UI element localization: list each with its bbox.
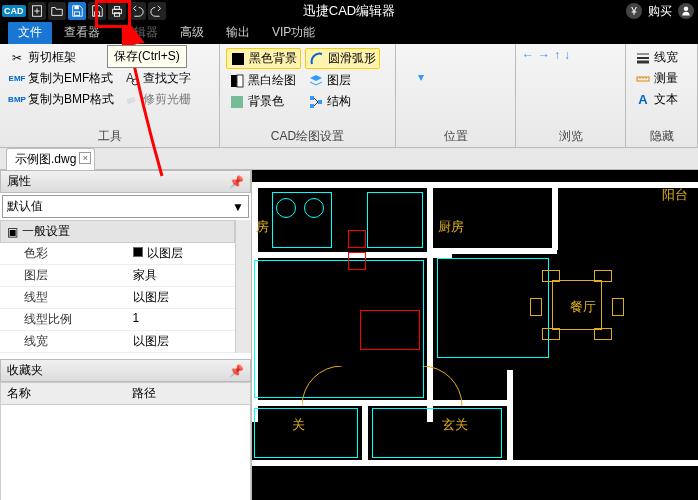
prop-section-general[interactable]: ▣一般设置 bbox=[0, 220, 235, 243]
label-entrance: 玄关 bbox=[442, 416, 468, 434]
property-grid: ▣一般设置 色彩以图层 图层家具 线型以图层 线型比例1 线宽以图层 bbox=[0, 220, 251, 353]
linewidth-button[interactable]: 线宽 bbox=[632, 48, 681, 67]
panel-browse: ← → ↑ ↓ 浏览 bbox=[516, 44, 626, 147]
svg-line-26 bbox=[314, 102, 318, 106]
copy-emf-button[interactable]: EMF复制为EMF格式 bbox=[6, 69, 117, 88]
default-label: 默认值 bbox=[7, 198, 43, 215]
v-lscale: 1 bbox=[127, 309, 236, 330]
favorites-columns: 名称 路径 bbox=[0, 382, 251, 405]
arrow-left-icon[interactable]: ← bbox=[522, 48, 534, 62]
svg-rect-18 bbox=[232, 53, 244, 65]
prop-row-lwidth[interactable]: 线宽以图层 bbox=[0, 331, 235, 353]
chevron-down-icon: ▼ bbox=[232, 200, 244, 214]
bw-draw-button[interactable]: 黑白绘图 bbox=[226, 71, 301, 90]
open-file-icon[interactable] bbox=[48, 2, 66, 20]
svg-rect-21 bbox=[231, 96, 243, 108]
arrow-right-icon[interactable]: → bbox=[538, 48, 550, 62]
section-label: 一般设置 bbox=[22, 223, 70, 240]
scissors-icon: ✂ bbox=[9, 50, 25, 66]
pin-icon[interactable]: 📌 bbox=[229, 175, 244, 189]
v-ltype: 以图层 bbox=[127, 287, 236, 308]
v-lwidth: 以图层 bbox=[127, 331, 236, 352]
structure-button[interactable]: 结构 bbox=[305, 92, 380, 111]
crop-frame-button[interactable]: ✂剪切框架 bbox=[6, 48, 117, 67]
fav-title-text: 收藏夹 bbox=[7, 362, 43, 379]
work-area: 属性 📌 默认值 ▼ ▣一般设置 色彩以图层 图层家具 线型以图层 线型比例1 … bbox=[0, 170, 698, 500]
black-bg-button[interactable]: 黑色背景 bbox=[226, 48, 301, 69]
label-kitchen: 厨房 bbox=[438, 218, 464, 236]
copy-bmp-button[interactable]: BMP复制为BMP格式 bbox=[6, 90, 117, 109]
redo-icon[interactable] bbox=[148, 2, 166, 20]
arc-icon bbox=[309, 51, 325, 67]
prop-row-ltype[interactable]: 线型以图层 bbox=[0, 287, 235, 309]
app-badge: CAD bbox=[2, 5, 26, 17]
bmp-label: 复制为BMP格式 bbox=[28, 91, 114, 108]
k-lscale: 线型比例 bbox=[0, 309, 127, 330]
layer-icon bbox=[308, 73, 324, 89]
svg-rect-20 bbox=[237, 75, 243, 87]
panel-cad-label: CAD绘图设置 bbox=[226, 126, 389, 145]
arrow-up-icon[interactable]: ↑ bbox=[554, 48, 560, 62]
purchase-link[interactable]: 购买 bbox=[648, 3, 672, 20]
structure-icon bbox=[308, 94, 324, 110]
default-combo[interactable]: 默认值 ▼ bbox=[2, 195, 249, 218]
tab-vip[interactable]: VIP功能 bbox=[262, 21, 325, 44]
quick-access-toolbar: CAD bbox=[0, 2, 166, 20]
prop-scrollbar[interactable] bbox=[235, 220, 251, 353]
panel-position-label: 位置 bbox=[402, 126, 509, 145]
svg-point-9 bbox=[684, 7, 689, 12]
pin-icon[interactable]: 📌 bbox=[229, 364, 244, 378]
side-panel: 属性 📌 默认值 ▼ ▣一般设置 色彩以图层 图层家具 线型以图层 线型比例1 … bbox=[0, 170, 252, 500]
svg-rect-22 bbox=[310, 96, 314, 100]
currency-icon[interactable]: ¥ bbox=[626, 3, 642, 19]
text-button[interactable]: A文本 bbox=[632, 90, 681, 109]
emf-icon: EMF bbox=[9, 71, 25, 87]
favorites-title: 收藏夹📌 bbox=[0, 359, 251, 382]
favorites-pane: 收藏夹📌 名称 路径 bbox=[0, 359, 251, 500]
title-right-controls: ¥ 购买 bbox=[626, 3, 694, 20]
layer-button[interactable]: 图层 bbox=[305, 71, 380, 90]
view-more-icon[interactable]: ▾ bbox=[418, 70, 424, 84]
tab-output[interactable]: 输出 bbox=[216, 21, 260, 44]
k-layer: 图层 bbox=[0, 265, 127, 286]
user-icon[interactable] bbox=[678, 3, 694, 19]
annotation-red-box bbox=[95, 0, 131, 28]
linewidth-icon bbox=[635, 50, 651, 66]
emf-label: 复制为EMF格式 bbox=[28, 70, 113, 87]
drawing-canvas[interactable]: 阳台 厨房 餐厅 玄关 关 房 bbox=[252, 170, 698, 500]
measure-button[interactable]: 测量 bbox=[632, 69, 681, 88]
new-file-icon[interactable] bbox=[28, 2, 46, 20]
svg-rect-3 bbox=[74, 6, 78, 10]
blackbg-label: 黑色背景 bbox=[249, 50, 297, 67]
prop-row-layer[interactable]: 图层家具 bbox=[0, 265, 235, 287]
prop-row-color[interactable]: 色彩以图层 bbox=[0, 243, 235, 265]
bw-icon bbox=[229, 73, 245, 89]
panel-browse-label: 浏览 bbox=[522, 126, 619, 145]
bgcolor-icon bbox=[229, 94, 245, 110]
v-layer: 家具 bbox=[127, 265, 236, 286]
properties-title-text: 属性 bbox=[7, 173, 31, 190]
fav-col-path[interactable]: 路径 bbox=[126, 383, 251, 404]
collapse-icon: ▣ bbox=[7, 225, 18, 239]
prop-row-lscale[interactable]: 线型比例1 bbox=[0, 309, 235, 331]
close-tab-icon[interactable]: × bbox=[79, 152, 91, 164]
smooth-arc-button[interactable]: 圆滑弧形 bbox=[305, 48, 380, 69]
black-bg-icon bbox=[230, 51, 246, 67]
bgcolor-label: 背景色 bbox=[248, 93, 284, 110]
save-icon[interactable] bbox=[68, 2, 86, 20]
crop-label: 剪切框架 bbox=[28, 49, 76, 66]
label-balcony: 阳台 bbox=[662, 186, 688, 204]
svg-line-25 bbox=[314, 98, 318, 102]
fav-col-name[interactable]: 名称 bbox=[1, 383, 126, 404]
bg-color-button[interactable]: 背景色 bbox=[226, 92, 301, 111]
panel-position: ▾ 位置 bbox=[396, 44, 516, 147]
favorites-list[interactable] bbox=[0, 405, 251, 500]
document-tab-bar: 示例图.dwg × bbox=[0, 148, 698, 170]
save-tooltip: 保存(Ctrl+S) bbox=[107, 45, 187, 68]
arrow-down-icon[interactable]: ↓ bbox=[564, 48, 570, 62]
tab-file[interactable]: 文件 bbox=[8, 21, 52, 44]
ribbon: ✂剪切框架 EMF复制为EMF格式 BMP复制为BMP格式 显示点 A查找文字 … bbox=[0, 44, 698, 148]
document-tab[interactable]: 示例图.dwg × bbox=[6, 148, 95, 170]
document-tab-label: 示例图.dwg bbox=[15, 152, 76, 166]
window-title: 迅捷CAD编辑器 bbox=[303, 2, 395, 20]
